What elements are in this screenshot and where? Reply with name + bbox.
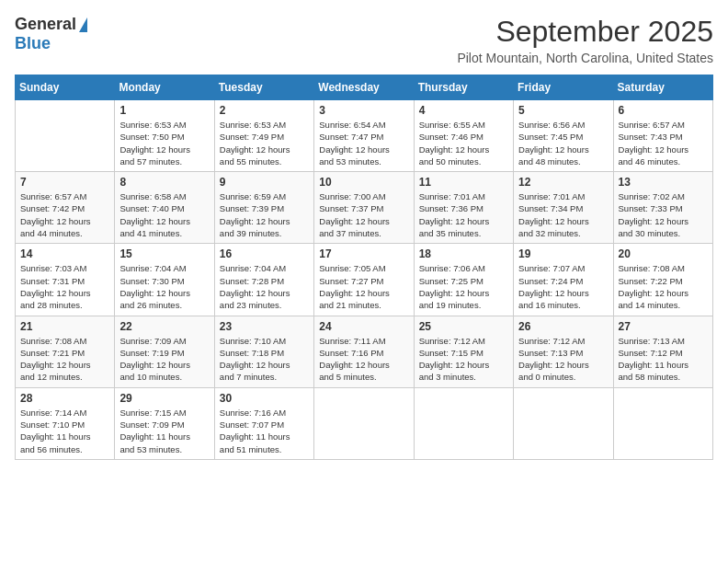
day-number: 28 [20,392,109,405]
calendar-cell: 6Sunrise: 6:57 AM Sunset: 7:43 PM Daylig… [613,100,712,172]
calendar-cell: 22Sunrise: 7:09 AM Sunset: 7:19 PM Dayli… [115,316,214,387]
day-info: Sunrise: 7:05 AM Sunset: 7:27 PM Dayligh… [319,262,408,311]
day-info: Sunrise: 6:53 AM Sunset: 7:49 PM Dayligh… [220,119,309,167]
day-info: Sunrise: 7:07 AM Sunset: 7:24 PM Dayligh… [518,262,608,311]
day-of-week-header: Tuesday [214,75,313,100]
calendar-cell: 10Sunrise: 7:00 AM Sunset: 7:37 PM Dayli… [314,172,414,244]
calendar-cell: 26Sunrise: 7:12 AM Sunset: 7:13 PM Dayli… [514,316,613,387]
day-info: Sunrise: 7:04 AM Sunset: 7:28 PM Dayligh… [220,262,309,311]
day-number: 24 [319,320,408,333]
calendar-cell: 30Sunrise: 7:16 AM Sunset: 7:07 PM Dayli… [214,387,313,459]
day-info: Sunrise: 6:58 AM Sunset: 7:40 PM Dayligh… [119,190,209,239]
calendar-cell: 14Sunrise: 7:03 AM Sunset: 7:31 PM Dayli… [16,244,115,316]
day-info: Sunrise: 7:01 AM Sunset: 7:34 PM Dayligh… [518,190,608,239]
day-info: Sunrise: 6:56 AM Sunset: 7:45 PM Dayligh… [518,119,608,167]
day-info: Sunrise: 6:57 AM Sunset: 7:42 PM Dayligh… [20,190,109,239]
calendar-cell: 17Sunrise: 7:05 AM Sunset: 7:27 PM Dayli… [314,244,414,316]
day-info: Sunrise: 6:55 AM Sunset: 7:46 PM Dayligh… [419,119,508,167]
calendar-cell: 12Sunrise: 7:01 AM Sunset: 7:34 PM Dayli… [514,172,613,244]
calendar-cell [314,387,414,459]
day-number: 13 [619,176,708,189]
calendar-cell: 2Sunrise: 6:53 AM Sunset: 7:49 PM Daylig… [214,100,313,172]
day-number: 15 [119,247,209,260]
day-info: Sunrise: 7:09 AM Sunset: 7:19 PM Dayligh… [119,335,209,384]
day-number: 30 [220,392,309,405]
day-of-week-header: Wednesday [314,75,414,100]
day-number: 23 [220,320,309,333]
day-number: 20 [619,247,708,260]
calendar-week-row: 1Sunrise: 6:53 AM Sunset: 7:50 PM Daylig… [16,100,713,172]
day-number: 5 [518,104,608,117]
calendar-cell: 15Sunrise: 7:04 AM Sunset: 7:30 PM Dayli… [115,244,214,316]
day-info: Sunrise: 6:59 AM Sunset: 7:39 PM Dayligh… [220,190,309,239]
day-info: Sunrise: 6:53 AM Sunset: 7:50 PM Dayligh… [119,119,209,167]
day-of-week-header: Monday [115,75,214,100]
day-info: Sunrise: 7:08 AM Sunset: 7:22 PM Dayligh… [619,262,708,311]
day-number: 14 [20,247,109,260]
calendar-cell: 24Sunrise: 7:11 AM Sunset: 7:16 PM Dayli… [314,316,414,387]
day-number: 26 [518,320,608,333]
day-info: Sunrise: 7:02 AM Sunset: 7:33 PM Dayligh… [619,190,708,239]
day-number: 21 [20,320,109,333]
day-number: 29 [119,392,209,405]
day-number: 4 [419,104,508,117]
calendar-cell: 27Sunrise: 7:13 AM Sunset: 7:12 PM Dayli… [613,316,712,387]
day-number: 2 [220,104,309,117]
calendar-cell: 11Sunrise: 7:01 AM Sunset: 7:36 PM Dayli… [414,172,513,244]
day-info: Sunrise: 7:12 AM Sunset: 7:13 PM Dayligh… [518,335,608,384]
day-info: Sunrise: 7:08 AM Sunset: 7:21 PM Dayligh… [20,335,109,384]
day-info: Sunrise: 7:12 AM Sunset: 7:15 PM Dayligh… [419,335,508,384]
calendar-cell: 20Sunrise: 7:08 AM Sunset: 7:22 PM Dayli… [613,244,712,316]
day-info: Sunrise: 7:01 AM Sunset: 7:36 PM Dayligh… [419,190,508,239]
day-number: 8 [119,176,209,189]
calendar-week-row: 28Sunrise: 7:14 AM Sunset: 7:10 PM Dayli… [16,387,713,459]
day-info: Sunrise: 7:04 AM Sunset: 7:30 PM Dayligh… [119,262,209,311]
day-info: Sunrise: 7:16 AM Sunset: 7:07 PM Dayligh… [220,407,309,455]
day-number: 19 [518,247,608,260]
day-number: 7 [20,176,109,189]
day-number: 9 [220,176,309,189]
calendar-cell: 21Sunrise: 7:08 AM Sunset: 7:21 PM Dayli… [16,316,115,387]
day-number: 25 [419,320,508,333]
calendar-table: SundayMondayTuesdayWednesdayThursdayFrid… [15,75,713,460]
day-info: Sunrise: 7:10 AM Sunset: 7:18 PM Dayligh… [220,335,309,384]
calendar-cell: 25Sunrise: 7:12 AM Sunset: 7:15 PM Dayli… [414,316,513,387]
day-info: Sunrise: 7:00 AM Sunset: 7:37 PM Dayligh… [319,190,408,239]
calendar-week-row: 21Sunrise: 7:08 AM Sunset: 7:21 PM Dayli… [16,316,713,387]
logo: General Blue [15,15,87,53]
calendar-cell: 16Sunrise: 7:04 AM Sunset: 7:28 PM Dayli… [214,244,313,316]
logo-blue-text: Blue [15,34,51,53]
calendar-cell: 9Sunrise: 6:59 AM Sunset: 7:39 PM Daylig… [214,172,313,244]
day-of-week-header: Saturday [613,75,712,100]
day-number: 16 [220,247,309,260]
day-info: Sunrise: 7:15 AM Sunset: 7:09 PM Dayligh… [119,407,209,455]
calendar-week-row: 7Sunrise: 6:57 AM Sunset: 7:42 PM Daylig… [16,172,713,244]
calendar-cell: 18Sunrise: 7:06 AM Sunset: 7:25 PM Dayli… [414,244,513,316]
day-number: 3 [319,104,408,117]
calendar-header-row: SundayMondayTuesdayWednesdayThursdayFrid… [16,75,713,100]
calendar-cell: 13Sunrise: 7:02 AM Sunset: 7:33 PM Dayli… [613,172,712,244]
day-info: Sunrise: 7:11 AM Sunset: 7:16 PM Dayligh… [319,335,408,384]
calendar-cell: 7Sunrise: 6:57 AM Sunset: 7:42 PM Daylig… [16,172,115,244]
day-info: Sunrise: 7:14 AM Sunset: 7:10 PM Dayligh… [20,407,109,455]
calendar-cell [16,100,115,172]
day-info: Sunrise: 7:13 AM Sunset: 7:12 PM Dayligh… [619,335,708,384]
calendar-cell: 19Sunrise: 7:07 AM Sunset: 7:24 PM Dayli… [514,244,613,316]
calendar-cell: 4Sunrise: 6:55 AM Sunset: 7:46 PM Daylig… [414,100,513,172]
day-of-week-header: Friday [514,75,613,100]
day-number: 6 [619,104,708,117]
logo-arrow-icon [79,17,87,32]
day-number: 10 [319,176,408,189]
calendar-cell [414,387,513,459]
day-of-week-header: Sunday [16,75,115,100]
calendar-cell [613,387,712,459]
location-text: Pilot Mountain, North Carolina, United S… [457,51,713,65]
calendar-cell [514,387,613,459]
calendar-cell: 29Sunrise: 7:15 AM Sunset: 7:09 PM Dayli… [115,387,214,459]
calendar-cell: 5Sunrise: 6:56 AM Sunset: 7:45 PM Daylig… [514,100,613,172]
page-header: General Blue September 2025 Pilot Mounta… [15,15,713,65]
day-number: 17 [319,247,408,260]
day-info: Sunrise: 6:54 AM Sunset: 7:47 PM Dayligh… [319,119,408,167]
day-info: Sunrise: 6:57 AM Sunset: 7:43 PM Dayligh… [619,119,708,167]
title-section: September 2025 Pilot Mountain, North Car… [457,15,713,65]
